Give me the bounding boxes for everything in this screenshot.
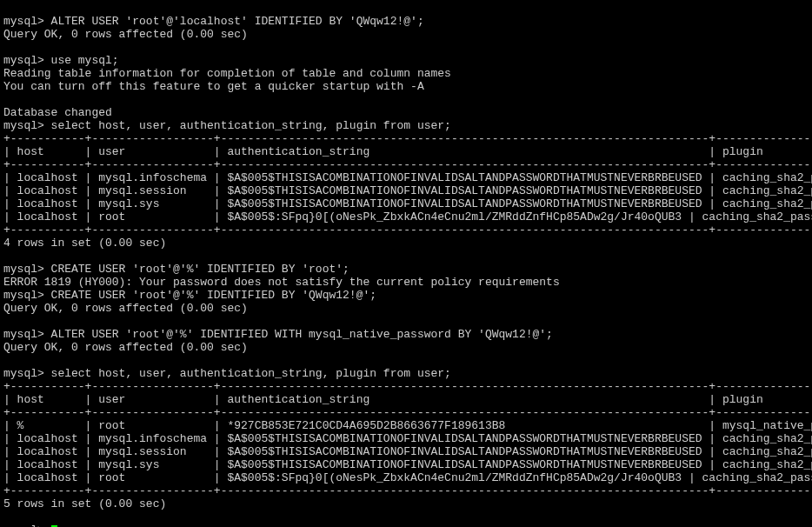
- output-line: | localhost | root | $A$005$:SFpq}0[(oNe…: [3, 210, 812, 223]
- output-line: Query OK, 0 rows affected (0.00 sec): [3, 28, 248, 41]
- terminal-output: mysql> ALTER USER 'root'@'localhost' IDE…: [3, 15, 809, 527]
- output-line: +-----------+------------------+--------…: [3, 223, 812, 237]
- output-line: You can turn off this feature to get a q…: [3, 80, 424, 93]
- prompt-line[interactable]: mysql>: [3, 524, 51, 527]
- output-line: mysql> CREATE USER 'root'@'%' IDENTIFIED…: [3, 289, 376, 302]
- output-line: ERROR 1819 (HY000): Your password does n…: [3, 276, 560, 289]
- output-line: mysql> ALTER USER 'root'@'localhost' IDE…: [3, 15, 424, 28]
- output-line: | host | user | authentication_string | …: [3, 145, 812, 158]
- output-line: 4 rows in set (0.00 sec): [3, 237, 166, 250]
- output-line: | localhost | mysql.sys | $A$005$THISISA…: [3, 458, 812, 471]
- output-line: mysql> use mysql;: [3, 54, 119, 67]
- output-line: | % | root | *927CB853E721C0CD4A695D2B86…: [3, 419, 812, 432]
- output-line: 5 rows in set (0.00 sec): [3, 497, 166, 510]
- output-line: Query OK, 0 rows affected (0.00 sec): [3, 302, 248, 315]
- output-line: +-----------+------------------+--------…: [3, 484, 812, 497]
- output-line: | localhost | root | $A$005$:SFpq}0[(oNe…: [3, 471, 812, 484]
- output-line: Database changed: [3, 106, 112, 119]
- output-line: Query OK, 0 rows affected (0.00 sec): [3, 341, 248, 354]
- output-line: mysql> select host, user, authentication…: [3, 367, 451, 380]
- output-line: | localhost | mysql.infoschema | $A$005$…: [3, 432, 812, 445]
- output-line: +-----------+------------------+--------…: [3, 380, 812, 393]
- output-line: +-----------+------------------+--------…: [3, 158, 812, 171]
- output-line: +-----------+------------------+--------…: [3, 132, 812, 145]
- output-line: mysql> select host, user, authentication…: [3, 119, 451, 132]
- output-line: mysql> CREATE USER 'root'@'%' IDENTIFIED…: [3, 263, 349, 276]
- output-line: mysql> ALTER USER 'root'@'%' IDENTIFIED …: [3, 328, 553, 341]
- output-line: | localhost | mysql.session | $A$005$THI…: [3, 184, 812, 197]
- output-line: | host | user | authentication_string | …: [3, 393, 812, 406]
- output-line: | localhost | mysql.infoschema | $A$005$…: [3, 171, 812, 184]
- output-line: +-----------+------------------+--------…: [3, 406, 812, 419]
- output-line: Reading table information for completion…: [3, 67, 451, 80]
- output-line: | localhost | mysql.session | $A$005$THI…: [3, 445, 812, 458]
- output-line: | localhost | mysql.sys | $A$005$THISISA…: [3, 197, 812, 210]
